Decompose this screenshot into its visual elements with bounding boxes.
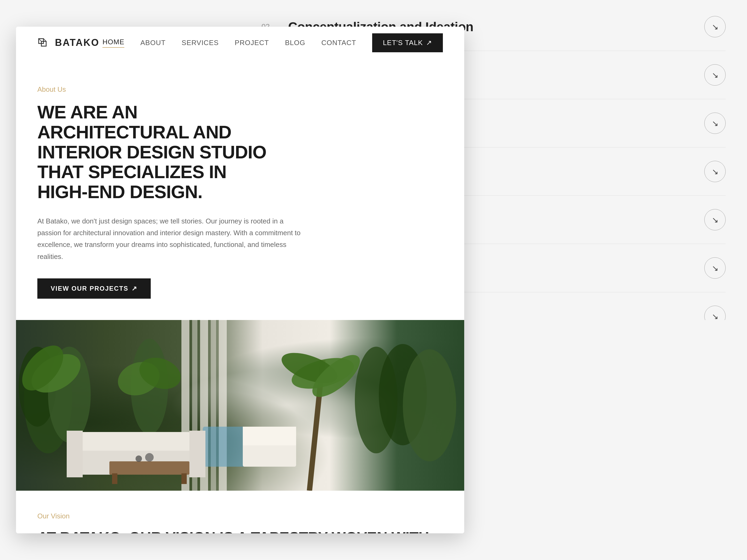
svg-rect-33 [181, 473, 187, 484]
service-arrow-icon[interactable] [704, 112, 726, 134]
about-label: About Us [37, 85, 443, 94]
service-arrow-icon[interactable] [704, 209, 726, 231]
service-arrow-icon[interactable] [704, 64, 726, 86]
about-heading: WE ARE AN ARCHITECTURAL AND INTERIOR DES… [37, 102, 278, 202]
svg-rect-26 [69, 432, 203, 451]
svg-rect-28 [189, 431, 205, 477]
vision-heading: AT BATAKO, OUR VISION IS A TAPESTRY WOVE… [37, 529, 443, 533]
logo[interactable]: BATAKO [37, 36, 100, 49]
svg-rect-30 [243, 427, 296, 445]
service-arrow-icon[interactable] [704, 161, 726, 182]
about-description: At Batako, we don't just design spaces; … [37, 215, 304, 262]
logo-text: BATAKO [55, 37, 100, 48]
lets-talk-arrow-icon: ↗ [426, 39, 432, 47]
vision-section: Our Vision AT BATAKO, OUR VISION IS A TA… [16, 491, 464, 533]
lets-talk-button[interactable]: LET'S TALK ↗ [372, 33, 443, 52]
hero-image [16, 320, 464, 491]
svg-rect-27 [67, 431, 83, 477]
nav-link-blog[interactable]: BLOG [285, 39, 305, 47]
nav-link-services[interactable]: SERVICES [182, 39, 219, 47]
svg-point-18 [403, 349, 456, 461]
view-projects-button[interactable]: VIEW OUR PROJECTS ↗ [37, 278, 151, 299]
view-projects-arrow-icon: ↗ [131, 285, 137, 292]
nav-link-about[interactable]: ABOUT [140, 39, 166, 47]
nav-link-home[interactable]: HOME [102, 38, 124, 48]
view-projects-label: VIEW OUR PROJECTS [51, 285, 128, 292]
lets-talk-label: LET'S TALK [383, 39, 423, 47]
svg-point-35 [145, 453, 154, 461]
service-arrow-icon[interactable] [704, 257, 726, 279]
nav-link-contact[interactable]: CONTACT [321, 39, 356, 47]
svg-rect-31 [109, 461, 189, 475]
hero-illustration [16, 320, 464, 491]
about-section: About Us WE ARE AN ARCHITECTURAL AND INT… [16, 59, 464, 320]
vision-label: Our Vision [37, 512, 443, 520]
svg-rect-29 [243, 443, 296, 466]
nav-link-project[interactable]: PROJECT [235, 39, 269, 47]
nav-links: HOME ABOUT SERVICES PROJECT BLOG CONTACT [102, 38, 356, 48]
navigation: BATAKO HOME ABOUT SERVICES PROJECT BLOG … [16, 27, 464, 59]
svg-rect-32 [112, 473, 118, 484]
logo-icon [37, 36, 51, 49]
main-website-window: BATAKO HOME ABOUT SERVICES PROJECT BLOG … [16, 27, 464, 533]
svg-point-34 [135, 455, 142, 462]
service-arrow-icon[interactable] [704, 16, 726, 37]
